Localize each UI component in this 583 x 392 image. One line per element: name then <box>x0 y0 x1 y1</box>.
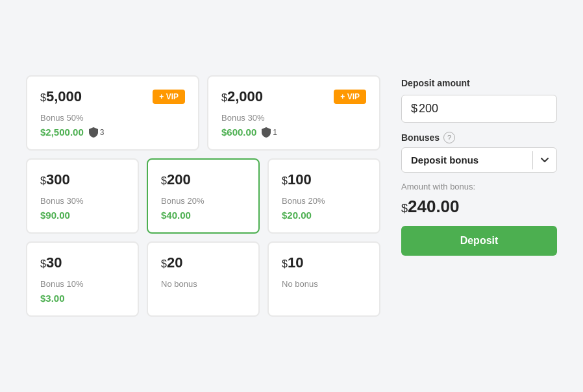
card-2000[interactable]: $2,000 + VIP Bonus 30% $600.00 1 <box>207 75 380 151</box>
card-30[interactable]: $30 Bonus 10% $3.00 <box>26 241 139 317</box>
bonus-select-wrapper[interactable]: Deposit bonus <box>401 147 557 173</box>
cards-row-2: $300 Bonus 30% $90.00 $200 Bonus 20% $40… <box>26 158 380 234</box>
cards-section: $5,000 + VIP Bonus 50% $2,500.00 3 <box>26 75 380 317</box>
card-300-bonus-label: Bonus 30% <box>40 196 125 206</box>
cards-row-3: $30 Bonus 10% $3.00 $20 No bonus <box>26 241 380 317</box>
bonuses-label: Bonuses <box>401 132 440 143</box>
card-30-bonus-value: $3.00 <box>40 293 65 304</box>
card-10[interactable]: $10 No bonus <box>267 241 380 317</box>
card-5000[interactable]: $5,000 + VIP Bonus 50% $2,500.00 3 <box>26 75 199 151</box>
deposit-button[interactable]: Deposit <box>401 226 557 256</box>
card-200[interactable]: $200 Bonus 20% $40.00 <box>147 158 260 234</box>
card-2000-bonus-value: $600.00 <box>221 127 256 138</box>
help-icon-text: ? <box>447 134 451 141</box>
amount-with-bonus-label: Amount with bonus: <box>401 182 557 191</box>
vip-badge-2000: + VIP <box>334 90 366 104</box>
card-200-amount: $200 <box>161 171 191 188</box>
card-100-bonus-label: Bonus 20% <box>282 196 366 206</box>
card-20[interactable]: $20 No bonus <box>147 241 260 317</box>
amount-with-bonus-section: Amount with bonus: $240.00 <box>401 182 557 217</box>
bonus-dropdown-arrow[interactable] <box>532 151 556 169</box>
bonuses-section: Bonuses ? Deposit bonus <box>401 132 557 173</box>
card-300[interactable]: $300 Bonus 30% $90.00 <box>26 158 139 234</box>
card-20-no-bonus <box>161 294 164 304</box>
vip-badge-5000: + VIP <box>153 90 185 104</box>
amount-with-bonus-value: $240.00 <box>401 197 557 217</box>
card-2000-amount: $2,000 <box>221 88 263 105</box>
card-10-amount: $10 <box>282 254 303 271</box>
help-icon[interactable]: ? <box>443 132 455 143</box>
bonus-select-text: Deposit bonus <box>402 148 532 172</box>
card-200-bonus-value: $40.00 <box>161 210 191 221</box>
card-100-bonus-value: $20.00 <box>282 210 312 221</box>
card-300-bonus-row: $90.00 <box>40 210 125 221</box>
deposit-amount-section: Deposit amount $ <box>401 78 557 123</box>
card-300-header: $300 <box>40 171 125 188</box>
card-30-amount: $30 <box>40 254 62 271</box>
card-20-bonus-label: No bonus <box>161 279 245 289</box>
deposit-input-wrapper: $ <box>401 95 557 123</box>
deposit-input[interactable] <box>419 102 547 116</box>
card-2000-header: $2,000 + VIP <box>221 88 366 105</box>
card-5000-bonus-label: Bonus 50% <box>40 113 185 123</box>
card-5000-amount: $5,000 <box>40 88 82 105</box>
card-30-bonus-label: Bonus 10% <box>40 279 125 289</box>
card-10-header: $10 <box>282 254 366 271</box>
card-200-header: $200 <box>161 171 245 188</box>
card-10-no-bonus <box>282 294 284 304</box>
card-200-bonus-label: Bonus 20% <box>161 196 245 206</box>
amount-with-bonus-number: 240.00 <box>408 197 460 216</box>
card-100-bonus-row: $20.00 <box>282 210 366 221</box>
card-300-bonus-value: $90.00 <box>40 210 70 221</box>
right-panel: Deposit amount $ Bonuses ? Deposit bonus <box>401 75 557 317</box>
shield-icon-5000 <box>89 127 98 138</box>
card-5000-bonus-row: $2,500.00 3 <box>40 127 185 138</box>
main-container: $5,000 + VIP Bonus 50% $2,500.00 3 <box>13 62 570 330</box>
card-200-bonus-row: $40.00 <box>161 210 245 221</box>
chevron-down-icon <box>541 158 549 163</box>
card-300-amount: $300 <box>40 171 70 188</box>
card-30-header: $30 <box>40 254 125 271</box>
card-100-amount: $100 <box>282 171 312 188</box>
card-10-bonus-row <box>282 293 366 304</box>
card-20-amount: $20 <box>161 254 182 271</box>
card-30-bonus-row: $3.00 <box>40 293 125 304</box>
card-20-bonus-row <box>161 293 245 304</box>
amount-with-bonus-prefix: $ <box>401 202 408 215</box>
shield-icon-2000 <box>262 127 271 138</box>
card-5000-header: $5,000 + VIP <box>40 88 185 105</box>
card-5000-bonus-value: $2,500.00 <box>40 127 84 138</box>
card-2000-bonus-row: $600.00 1 <box>221 127 366 138</box>
card-5000-shield: 3 <box>89 127 105 138</box>
card-10-bonus-label: No bonus <box>282 279 366 289</box>
bonuses-label-row: Bonuses ? <box>401 132 557 143</box>
deposit-input-prefix: $ <box>411 102 417 116</box>
card-2000-shield: 1 <box>262 127 277 138</box>
card-100[interactable]: $100 Bonus 20% $20.00 <box>267 158 380 234</box>
card-2000-bonus-label: Bonus 30% <box>221 113 366 123</box>
card-100-header: $100 <box>282 171 366 188</box>
deposit-amount-label: Deposit amount <box>401 78 557 88</box>
cards-row-1: $5,000 + VIP Bonus 50% $2,500.00 3 <box>26 75 380 151</box>
card-20-header: $20 <box>161 254 245 271</box>
